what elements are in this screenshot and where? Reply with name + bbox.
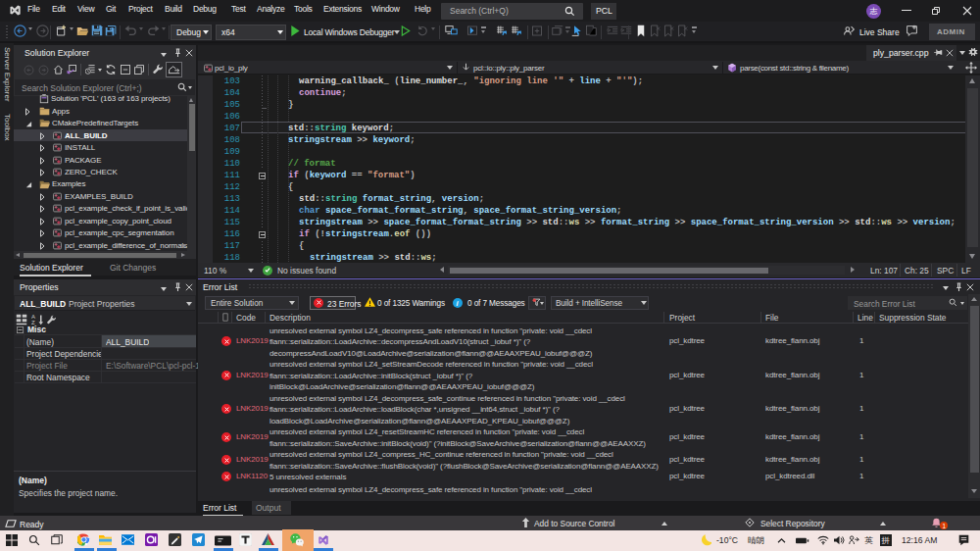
svg-text:A: A <box>31 314 35 320</box>
